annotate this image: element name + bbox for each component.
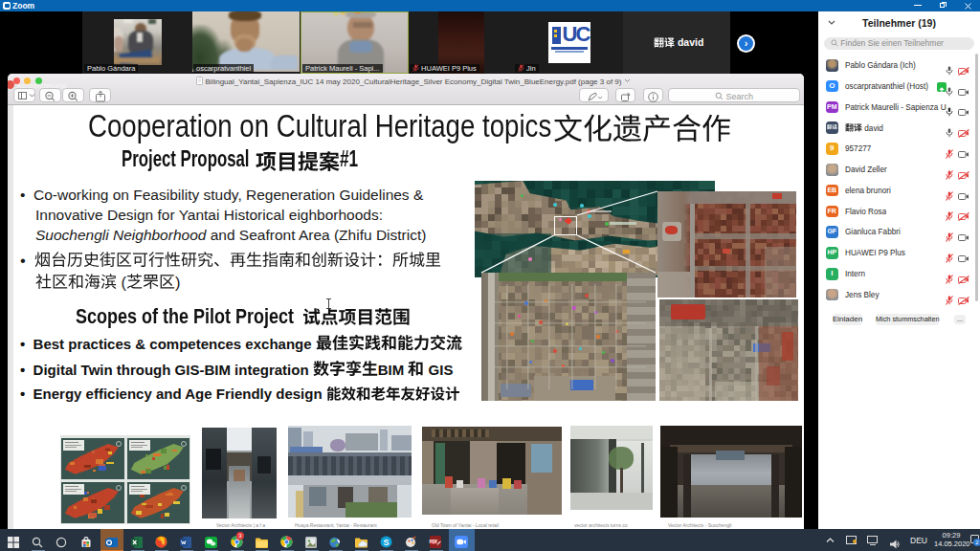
svg-text:PDF: PDF xyxy=(430,540,438,544)
svg-text:S: S xyxy=(383,538,389,547)
